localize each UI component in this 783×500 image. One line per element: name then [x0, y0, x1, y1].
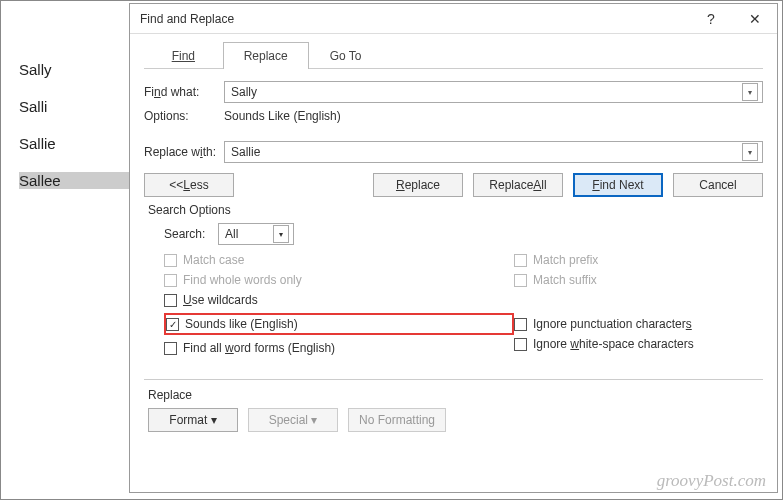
tab-strip: Find Replace Go To	[144, 34, 763, 69]
find-what-label: Find what:	[144, 85, 224, 99]
all-word-forms-check[interactable]: Find all word forms (English)	[164, 341, 514, 355]
match-suffix-check: Match suffix	[514, 273, 694, 287]
document-bg: Sally Salli Sallie Sallee	[1, 1, 129, 500]
checkmark-icon: ✓	[166, 318, 179, 331]
cancel-button[interactable]: Cancel	[673, 173, 763, 197]
help-button[interactable]: ?	[689, 4, 733, 34]
titlebar: Find and Replace ? ✕	[130, 4, 777, 34]
close-button[interactable]: ✕	[733, 4, 777, 34]
search-direction-label: Search:	[164, 227, 218, 241]
search-options-title: Search Options	[148, 203, 763, 217]
no-formatting-button: No Formatting	[348, 408, 446, 432]
find-replace-dialog: Find and Replace ? ✕ Find Replace Go To …	[129, 3, 778, 493]
tab-goto[interactable]: Go To	[309, 42, 383, 69]
special-button: Special ▾	[248, 408, 338, 432]
search-direction-value: All	[225, 227, 273, 241]
format-button[interactable]: Format ▾	[148, 408, 238, 432]
form-area: Find what: Sally ▾ Options: Sounds Like …	[144, 69, 763, 432]
tab-find-label: Find	[172, 49, 195, 63]
find-next-button[interactable]: Find Next	[573, 173, 663, 197]
replace-with-label: Replace with:	[144, 145, 224, 159]
dialog-body: Find Replace Go To Find what: Sally ▾ Op…	[130, 34, 777, 492]
doc-word-selected: Sallee	[19, 172, 129, 189]
doc-word: Salli	[19, 98, 129, 115]
replace-section-title: Replace	[148, 388, 763, 402]
search-direction-select[interactable]: All ▾	[218, 223, 294, 245]
less-button[interactable]: << Less	[144, 173, 234, 197]
tab-replace[interactable]: Replace	[223, 42, 309, 69]
options-value: Sounds Like (English)	[224, 109, 341, 123]
chevron-down-icon[interactable]: ▾	[742, 83, 758, 101]
chevron-down-icon[interactable]: ▾	[273, 225, 289, 243]
use-wildcards-check[interactable]: Use wildcards	[164, 293, 514, 307]
chevron-down-icon[interactable]: ▾	[742, 143, 758, 161]
ignore-punct-check[interactable]: Ignore punctuation characters	[514, 317, 694, 331]
find-what-input[interactable]: Sally ▾	[224, 81, 763, 103]
replace-all-button[interactable]: Replace All	[473, 173, 563, 197]
match-case-check: Match case	[164, 253, 514, 267]
ignore-whitespace-check[interactable]: Ignore white-space characters	[514, 337, 694, 351]
find-what-value: Sally	[231, 85, 742, 99]
options-label: Options:	[144, 109, 224, 123]
match-prefix-check: Match prefix	[514, 253, 694, 267]
doc-word: Sally	[19, 61, 129, 78]
replace-button[interactable]: Replace	[373, 173, 463, 197]
dialog-title: Find and Replace	[140, 12, 689, 26]
doc-word: Sallie	[19, 135, 129, 152]
replace-with-input[interactable]: Sallie ▾	[224, 141, 763, 163]
whole-words-check: Find whole words only	[164, 273, 514, 287]
tab-find[interactable]: Find	[144, 42, 223, 69]
replace-with-value: Sallie	[231, 145, 742, 159]
sounds-like-highlight: ✓Sounds like (English)	[164, 313, 514, 335]
sounds-like-check[interactable]: ✓Sounds like (English)	[166, 317, 298, 331]
